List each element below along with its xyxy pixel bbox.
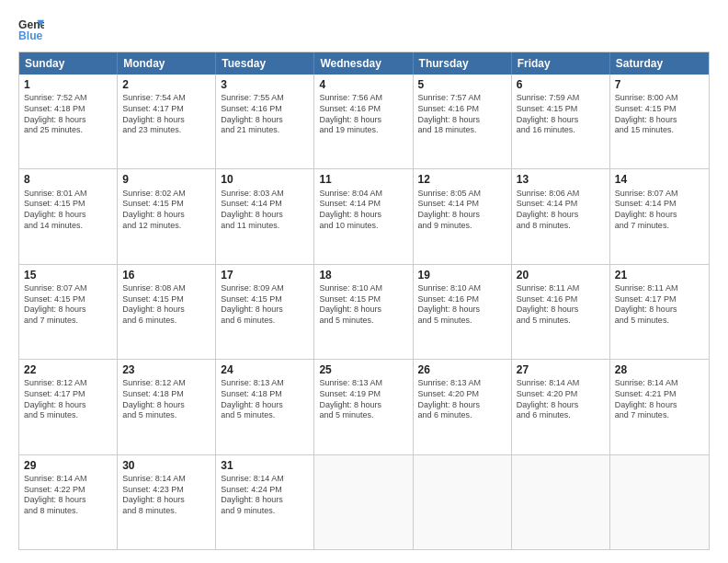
empty-cell	[512, 455, 610, 549]
calendar-day-2: 2Sunrise: 7:54 AMSunset: 4:17 PMDaylight…	[118, 75, 216, 168]
calendar-day-21: 21Sunrise: 8:11 AMSunset: 4:17 PMDayligh…	[610, 265, 709, 359]
calendar-week-1: 1Sunrise: 7:52 AMSunset: 4:18 PMDaylight…	[19, 75, 709, 168]
svg-text:Blue: Blue	[18, 29, 43, 42]
day-info: Sunrise: 8:13 AMSunset: 4:19 PMDaylight:…	[319, 378, 407, 421]
day-number: 2	[122, 77, 210, 92]
day-number: 19	[418, 268, 506, 282]
day-header-friday: Friday	[512, 52, 610, 75]
day-number: 16	[122, 268, 210, 282]
day-number: 7	[615, 77, 704, 92]
calendar-day-31: 31Sunrise: 8:14 AMSunset: 4:24 PMDayligh…	[216, 455, 314, 549]
calendar-day-12: 12Sunrise: 8:05 AMSunset: 4:14 PMDayligh…	[414, 169, 512, 263]
day-info: Sunrise: 8:00 AMSunset: 4:15 PMDaylight:…	[615, 93, 704, 136]
day-number: 3	[221, 77, 309, 92]
calendar-day-7: 7Sunrise: 8:00 AMSunset: 4:15 PMDaylight…	[610, 75, 709, 168]
day-number: 11	[319, 172, 407, 187]
day-header-tuesday: Tuesday	[216, 52, 314, 75]
day-number: 27	[517, 362, 605, 377]
day-info: Sunrise: 8:14 AMSunset: 4:23 PMDaylight:…	[122, 474, 210, 517]
calendar-week-4: 22Sunrise: 8:12 AMSunset: 4:17 PMDayligh…	[19, 359, 709, 454]
calendar-day-28: 28Sunrise: 8:14 AMSunset: 4:21 PMDayligh…	[610, 360, 709, 454]
calendar-week-3: 15Sunrise: 8:07 AMSunset: 4:15 PMDayligh…	[19, 264, 709, 359]
day-info: Sunrise: 7:52 AMSunset: 4:18 PMDaylight:…	[24, 93, 112, 136]
logo: General Blue	[18, 17, 44, 42]
calendar-day-25: 25Sunrise: 8:13 AMSunset: 4:19 PMDayligh…	[314, 360, 413, 454]
day-number: 23	[122, 362, 210, 377]
calendar-day-17: 17Sunrise: 8:09 AMSunset: 4:15 PMDayligh…	[216, 265, 314, 359]
calendar-day-6: 6Sunrise: 7:59 AMSunset: 4:15 PMDaylight…	[512, 75, 610, 168]
day-number: 22	[24, 362, 112, 377]
day-info: Sunrise: 8:10 AMSunset: 4:16 PMDaylight:…	[418, 283, 506, 327]
day-header-sunday: Sunday	[19, 52, 118, 75]
day-info: Sunrise: 8:10 AMSunset: 4:15 PMDaylight:…	[319, 283, 407, 327]
calendar-day-15: 15Sunrise: 8:07 AMSunset: 4:15 PMDayligh…	[19, 265, 118, 359]
calendar-header: SundayMondayTuesdayWednesdayThursdayFrid…	[19, 52, 709, 75]
calendar-day-18: 18Sunrise: 8:10 AMSunset: 4:15 PMDayligh…	[314, 265, 413, 359]
calendar-day-14: 14Sunrise: 8:07 AMSunset: 4:14 PMDayligh…	[610, 169, 709, 263]
calendar-day-30: 30Sunrise: 8:14 AMSunset: 4:23 PMDayligh…	[118, 455, 216, 549]
calendar-day-13: 13Sunrise: 8:06 AMSunset: 4:14 PMDayligh…	[512, 169, 610, 263]
calendar-day-29: 29Sunrise: 8:14 AMSunset: 4:22 PMDayligh…	[19, 455, 118, 549]
calendar-body: 1Sunrise: 7:52 AMSunset: 4:18 PMDaylight…	[19, 75, 709, 549]
calendar-day-5: 5Sunrise: 7:57 AMSunset: 4:16 PMDaylight…	[414, 75, 512, 168]
empty-cell	[414, 455, 512, 549]
logo-icon: General Blue	[18, 17, 44, 42]
calendar-day-23: 23Sunrise: 8:12 AMSunset: 4:18 PMDayligh…	[118, 360, 216, 454]
calendar-day-1: 1Sunrise: 7:52 AMSunset: 4:18 PMDaylight…	[19, 75, 118, 168]
calendar-day-9: 9Sunrise: 8:02 AMSunset: 4:15 PMDaylight…	[118, 169, 216, 263]
calendar-day-8: 8Sunrise: 8:01 AMSunset: 4:15 PMDaylight…	[19, 169, 118, 263]
calendar-day-11: 11Sunrise: 8:04 AMSunset: 4:14 PMDayligh…	[314, 169, 413, 263]
day-info: Sunrise: 7:59 AMSunset: 4:15 PMDaylight:…	[517, 93, 605, 136]
day-info: Sunrise: 8:03 AMSunset: 4:14 PMDaylight:…	[221, 189, 309, 232]
day-info: Sunrise: 8:07 AMSunset: 4:14 PMDaylight:…	[615, 189, 704, 232]
calendar-day-26: 26Sunrise: 8:13 AMSunset: 4:20 PMDayligh…	[414, 360, 512, 454]
empty-cell	[610, 455, 709, 549]
calendar-week-5: 29Sunrise: 8:14 AMSunset: 4:22 PMDayligh…	[19, 454, 709, 549]
day-info: Sunrise: 8:09 AMSunset: 4:15 PMDaylight:…	[221, 283, 309, 327]
day-number: 26	[418, 362, 506, 377]
day-number: 29	[24, 458, 112, 473]
day-info: Sunrise: 8:05 AMSunset: 4:14 PMDaylight:…	[418, 189, 506, 232]
day-info: Sunrise: 8:02 AMSunset: 4:15 PMDaylight:…	[122, 189, 210, 232]
day-info: Sunrise: 8:08 AMSunset: 4:15 PMDaylight:…	[122, 283, 210, 327]
day-number: 10	[221, 172, 309, 187]
day-info: Sunrise: 7:56 AMSunset: 4:16 PMDaylight:…	[319, 93, 407, 136]
day-number: 20	[517, 268, 605, 282]
day-number: 30	[122, 458, 210, 473]
calendar-day-24: 24Sunrise: 8:13 AMSunset: 4:18 PMDayligh…	[216, 360, 314, 454]
day-info: Sunrise: 7:57 AMSunset: 4:16 PMDaylight:…	[418, 93, 506, 136]
calendar-day-20: 20Sunrise: 8:11 AMSunset: 4:16 PMDayligh…	[512, 265, 610, 359]
day-info: Sunrise: 8:04 AMSunset: 4:14 PMDaylight:…	[319, 189, 407, 232]
day-info: Sunrise: 8:06 AMSunset: 4:14 PMDaylight:…	[517, 189, 605, 232]
day-number: 21	[615, 268, 704, 282]
day-info: Sunrise: 7:54 AMSunset: 4:17 PMDaylight:…	[122, 93, 210, 136]
calendar-day-3: 3Sunrise: 7:55 AMSunset: 4:16 PMDaylight…	[216, 75, 314, 168]
day-info: Sunrise: 8:01 AMSunset: 4:15 PMDaylight:…	[24, 189, 112, 232]
calendar-day-27: 27Sunrise: 8:14 AMSunset: 4:20 PMDayligh…	[512, 360, 610, 454]
day-header-thursday: Thursday	[414, 52, 512, 75]
day-info: Sunrise: 8:14 AMSunset: 4:20 PMDaylight:…	[517, 378, 605, 421]
day-number: 4	[319, 77, 407, 92]
day-number: 14	[615, 172, 704, 187]
day-header-monday: Monday	[118, 52, 216, 75]
day-info: Sunrise: 8:13 AMSunset: 4:18 PMDaylight:…	[221, 378, 309, 421]
empty-cell	[314, 455, 413, 549]
day-number: 24	[221, 362, 309, 377]
day-number: 9	[122, 172, 210, 187]
day-number: 28	[615, 362, 704, 377]
day-number: 31	[221, 458, 309, 473]
day-header-wednesday: Wednesday	[314, 52, 413, 75]
calendar-week-2: 8Sunrise: 8:01 AMSunset: 4:15 PMDaylight…	[19, 168, 709, 263]
calendar-day-19: 19Sunrise: 8:10 AMSunset: 4:16 PMDayligh…	[414, 265, 512, 359]
day-number: 12	[418, 172, 506, 187]
day-header-saturday: Saturday	[610, 52, 709, 75]
day-info: Sunrise: 8:12 AMSunset: 4:18 PMDaylight:…	[122, 378, 210, 421]
day-number: 6	[517, 77, 605, 92]
day-number: 13	[517, 172, 605, 187]
day-info: Sunrise: 8:11 AMSunset: 4:17 PMDaylight:…	[615, 283, 704, 327]
day-number: 5	[418, 77, 506, 92]
calendar: SundayMondayTuesdayWednesdayThursdayFrid…	[18, 52, 710, 550]
day-info: Sunrise: 8:14 AMSunset: 4:22 PMDaylight:…	[24, 474, 112, 517]
day-info: Sunrise: 8:13 AMSunset: 4:20 PMDaylight:…	[418, 378, 506, 421]
day-number: 1	[24, 77, 112, 92]
